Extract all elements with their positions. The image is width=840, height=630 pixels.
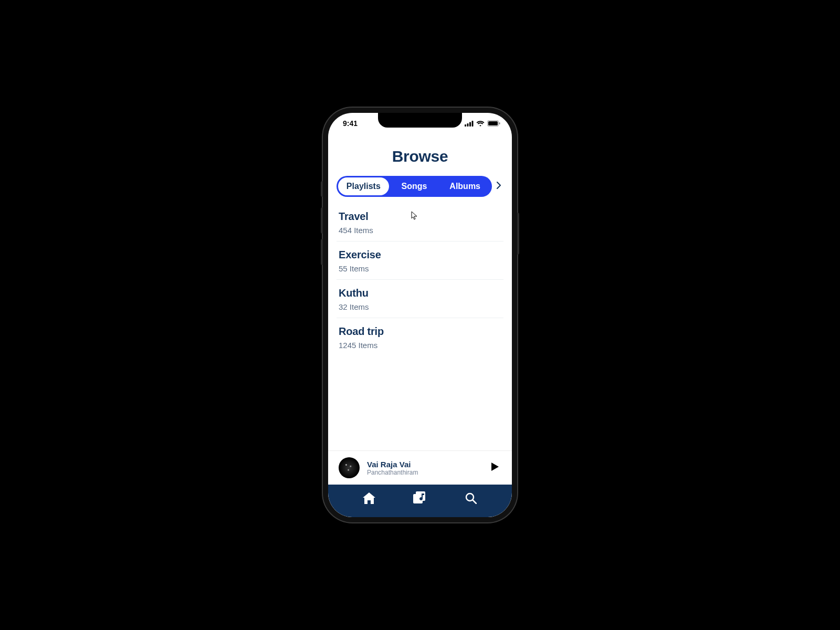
tab-playlists[interactable]: Playlists <box>338 177 389 195</box>
list-item-subtitle: 32 Items <box>339 302 501 311</box>
svg-rect-6 <box>499 122 500 124</box>
tab-albums[interactable]: Albums <box>439 177 490 195</box>
bottom-nav <box>328 485 512 517</box>
playlist-list: Travel 454 Items Exercise 55 Items Kuthu… <box>337 203 503 356</box>
list-item-subtitle: 1245 Items <box>339 341 501 350</box>
list-item[interactable]: Kuthu 32 Items <box>337 280 503 318</box>
side-button-silence <box>321 181 323 197</box>
svg-rect-5 <box>488 121 498 125</box>
list-item[interactable]: Exercise 55 Items <box>337 242 503 280</box>
status-time: 9:41 <box>343 119 358 128</box>
status-indicators <box>465 120 500 127</box>
tab-songs[interactable]: Songs <box>389 177 440 195</box>
svg-rect-3 <box>472 121 474 127</box>
tab-label: Songs <box>402 182 427 191</box>
battery-icon <box>487 120 500 127</box>
svg-rect-1 <box>467 123 469 127</box>
list-item-title: Exercise <box>339 249 501 261</box>
now-playing-bar[interactable]: Vai Raja Vai Panchathanthiram <box>328 450 512 485</box>
content: Browse Playlists Songs Albums <box>328 134 512 485</box>
side-button-vol-up <box>321 207 323 234</box>
library-music-icon <box>413 491 427 507</box>
list-item-title: Road trip <box>339 326 501 338</box>
notch <box>378 113 462 128</box>
tab-label: Albums <box>449 182 480 191</box>
cellular-signal-icon <box>465 121 474 127</box>
now-playing-meta: Vai Raja Vai Panchathanthiram <box>367 460 481 476</box>
phone-frame: 9:41 Browse Playlists <box>323 108 517 522</box>
nav-search[interactable] <box>461 490 480 509</box>
search-icon <box>465 492 477 506</box>
side-button-power <box>517 213 519 255</box>
svg-rect-2 <box>469 122 471 127</box>
now-playing-title: Vai Raja Vai <box>367 460 481 469</box>
list-item-title: Kuthu <box>339 287 501 299</box>
chevron-right-icon <box>497 182 501 191</box>
nav-library[interactable] <box>411 490 429 509</box>
tabs-overflow-button[interactable] <box>494 182 503 191</box>
segmented-control: Playlists Songs Albums <box>337 176 492 197</box>
now-playing-subtitle: Panchathanthiram <box>367 469 481 476</box>
album-art <box>339 457 360 478</box>
wifi-icon <box>476 121 485 127</box>
list-item-subtitle: 55 Items <box>339 264 501 273</box>
svg-rect-0 <box>465 124 466 127</box>
category-tabs: Playlists Songs Albums <box>337 176 503 197</box>
page-title: Browse <box>337 148 503 165</box>
home-icon <box>363 492 375 506</box>
list-item[interactable]: Travel 454 Items <box>337 203 503 242</box>
tab-label: Playlists <box>346 182 381 191</box>
screen: 9:41 Browse Playlists <box>328 113 512 517</box>
list-item-subtitle: 454 Items <box>339 226 501 235</box>
nav-home[interactable] <box>360 490 379 509</box>
side-button-vol-down <box>321 239 323 265</box>
list-item[interactable]: Road trip 1245 Items <box>337 318 503 356</box>
play-icon <box>491 462 499 474</box>
play-button[interactable] <box>489 461 501 474</box>
svg-line-10 <box>472 500 476 504</box>
list-item-title: Travel <box>339 211 501 223</box>
